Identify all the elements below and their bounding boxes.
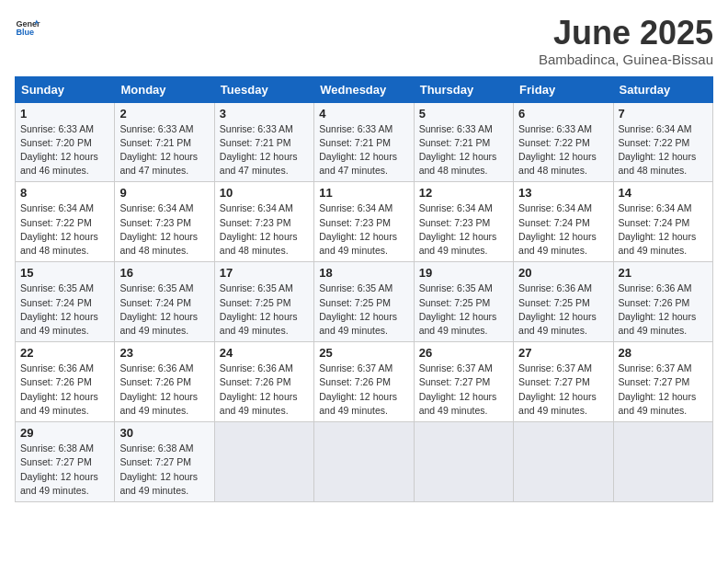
day-info: Sunrise: 6:35 AMSunset: 7:24 PMDaylight:… [119,282,198,336]
day-cell: 19 Sunrise: 6:35 AMSunset: 7:25 PMDaylig… [414,262,513,342]
day-number: 21 [619,266,708,280]
week-row-2: 8 Sunrise: 6:34 AMSunset: 7:22 PMDayligh… [16,182,713,262]
day-info: Sunrise: 6:34 AMSunset: 7:24 PMDaylight:… [518,202,597,256]
day-number: 19 [419,266,508,280]
day-cell [314,422,414,502]
day-cell [414,422,513,502]
day-cell: 12 Sunrise: 6:34 AMSunset: 7:23 PMDaylig… [414,182,513,262]
logo: General Blue [15,15,40,40]
day-number: 1 [20,107,109,121]
header-wednesday: Wednesday [314,76,414,102]
day-info: Sunrise: 6:37 AMSunset: 7:27 PMDaylight:… [518,362,597,416]
day-info: Sunrise: 6:33 AMSunset: 7:21 PMDaylight:… [419,123,497,177]
day-cell [214,422,313,502]
day-cell: 23 Sunrise: 6:36 AMSunset: 7:26 PMDaylig… [115,342,214,422]
title-area: June 2025 Bambadinca, Guinea-Bissau [539,15,713,67]
day-number: 14 [619,186,708,200]
day-number: 7 [619,107,708,121]
day-cell: 5 Sunrise: 6:33 AMSunset: 7:21 PMDayligh… [414,102,513,182]
header-sunday: Sunday [16,76,115,102]
day-number: 20 [518,266,608,280]
day-number: 15 [20,266,109,280]
week-row-4: 22 Sunrise: 6:36 AMSunset: 7:26 PMDaylig… [16,342,713,422]
day-cell: 3 Sunrise: 6:33 AMSunset: 7:21 PMDayligh… [214,102,313,182]
day-number: 17 [220,266,309,280]
day-info: Sunrise: 6:34 AMSunset: 7:23 PMDaylight:… [419,202,497,256]
day-number: 29 [20,426,109,440]
day-number: 12 [419,186,508,200]
day-cell: 25 Sunrise: 6:37 AMSunset: 7:26 PMDaylig… [314,342,414,422]
day-cell [613,422,712,502]
day-cell: 17 Sunrise: 6:35 AMSunset: 7:25 PMDaylig… [214,262,313,342]
day-number: 5 [419,107,508,121]
day-info: Sunrise: 6:36 AMSunset: 7:26 PMDaylight:… [220,362,298,416]
header-monday: Monday [115,76,214,102]
header-friday: Friday [514,76,613,102]
day-number: 9 [119,186,209,200]
day-info: Sunrise: 6:33 AMSunset: 7:21 PMDaylight:… [119,123,198,177]
day-info: Sunrise: 6:37 AMSunset: 7:27 PMDaylight:… [419,362,497,416]
day-cell: 27 Sunrise: 6:37 AMSunset: 7:27 PMDaylig… [514,342,613,422]
day-info: Sunrise: 6:33 AMSunset: 7:20 PMDaylight:… [20,123,98,177]
header-thursday: Thursday [414,76,513,102]
day-cell: 13 Sunrise: 6:34 AMSunset: 7:24 PMDaylig… [514,182,613,262]
day-number: 11 [319,186,408,200]
day-info: Sunrise: 6:36 AMSunset: 7:26 PMDaylight:… [119,362,198,416]
day-number: 13 [518,186,608,200]
day-cell: 8 Sunrise: 6:34 AMSunset: 7:22 PMDayligh… [16,182,115,262]
day-info: Sunrise: 6:36 AMSunset: 7:25 PMDaylight:… [518,282,597,336]
day-cell: 11 Sunrise: 6:34 AMSunset: 7:23 PMDaylig… [314,182,414,262]
day-number: 28 [619,346,708,360]
day-cell: 4 Sunrise: 6:33 AMSunset: 7:21 PMDayligh… [314,102,414,182]
page-header: General Blue June 2025 Bambadinca, Guine… [15,15,713,67]
day-cell: 20 Sunrise: 6:36 AMSunset: 7:25 PMDaylig… [514,262,613,342]
day-cell: 9 Sunrise: 6:34 AMSunset: 7:23 PMDayligh… [115,182,214,262]
day-number: 25 [319,346,408,360]
day-number: 23 [119,346,209,360]
logo-icon: General Blue [15,15,40,40]
day-cell: 29 Sunrise: 6:38 AMSunset: 7:27 PMDaylig… [16,422,115,502]
day-info: Sunrise: 6:34 AMSunset: 7:22 PMDaylight:… [619,123,697,177]
day-number: 2 [119,107,209,121]
day-info: Sunrise: 6:33 AMSunset: 7:21 PMDaylight:… [319,123,397,177]
day-info: Sunrise: 6:37 AMSunset: 7:27 PMDaylight:… [619,362,697,416]
day-cell: 15 Sunrise: 6:35 AMSunset: 7:24 PMDaylig… [16,262,115,342]
header-saturday: Saturday [613,76,712,102]
day-number: 6 [518,107,608,121]
day-cell: 30 Sunrise: 6:38 AMSunset: 7:27 PMDaylig… [115,422,214,502]
day-info: Sunrise: 6:33 AMSunset: 7:21 PMDaylight:… [220,123,298,177]
calendar-header-row: Sunday Monday Tuesday Wednesday Thursday… [16,76,713,102]
day-cell: 10 Sunrise: 6:34 AMSunset: 7:23 PMDaylig… [214,182,313,262]
day-info: Sunrise: 6:34 AMSunset: 7:24 PMDaylight:… [619,202,697,256]
day-cell: 22 Sunrise: 6:36 AMSunset: 7:26 PMDaylig… [16,342,115,422]
day-cell: 28 Sunrise: 6:37 AMSunset: 7:27 PMDaylig… [613,342,712,422]
day-number: 3 [220,107,309,121]
day-cell: 7 Sunrise: 6:34 AMSunset: 7:22 PMDayligh… [613,102,712,182]
day-cell: 1 Sunrise: 6:33 AMSunset: 7:20 PMDayligh… [16,102,115,182]
day-cell: 24 Sunrise: 6:36 AMSunset: 7:26 PMDaylig… [214,342,313,422]
header-tuesday: Tuesday [214,76,313,102]
day-info: Sunrise: 6:38 AMSunset: 7:27 PMDaylight:… [20,442,98,496]
day-number: 22 [20,346,109,360]
day-info: Sunrise: 6:35 AMSunset: 7:25 PMDaylight:… [319,282,397,336]
day-number: 18 [319,266,408,280]
day-number: 27 [518,346,608,360]
week-row-1: 1 Sunrise: 6:33 AMSunset: 7:20 PMDayligh… [16,102,713,182]
day-info: Sunrise: 6:37 AMSunset: 7:26 PMDaylight:… [319,362,397,416]
day-cell: 26 Sunrise: 6:37 AMSunset: 7:27 PMDaylig… [414,342,513,422]
day-cell: 6 Sunrise: 6:33 AMSunset: 7:22 PMDayligh… [514,102,613,182]
day-info: Sunrise: 6:34 AMSunset: 7:23 PMDaylight:… [119,202,198,256]
day-info: Sunrise: 6:33 AMSunset: 7:22 PMDaylight:… [518,123,597,177]
day-info: Sunrise: 6:35 AMSunset: 7:25 PMDaylight:… [220,282,298,336]
day-cell [514,422,613,502]
day-number: 30 [119,426,209,440]
day-cell: 2 Sunrise: 6:33 AMSunset: 7:21 PMDayligh… [115,102,214,182]
calendar-subtitle: Bambadinca, Guinea-Bissau [539,52,713,67]
day-info: Sunrise: 6:34 AMSunset: 7:22 PMDaylight:… [20,202,98,256]
day-number: 16 [119,266,209,280]
day-info: Sunrise: 6:34 AMSunset: 7:23 PMDaylight:… [220,202,298,256]
week-row-3: 15 Sunrise: 6:35 AMSunset: 7:24 PMDaylig… [16,262,713,342]
day-number: 24 [220,346,309,360]
day-info: Sunrise: 6:34 AMSunset: 7:23 PMDaylight:… [319,202,397,256]
day-number: 8 [20,186,109,200]
